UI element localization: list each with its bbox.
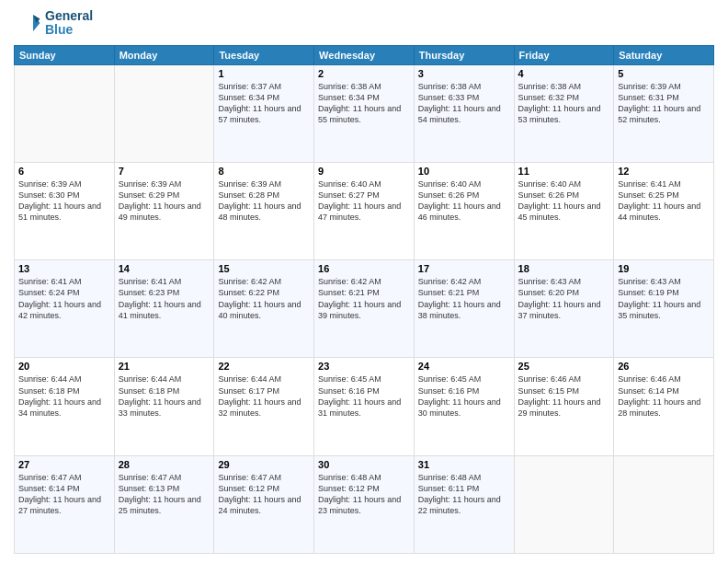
day-number: 20 bbox=[18, 361, 110, 372]
day-cell: 13Sunrise: 6:41 AM Sunset: 6:24 PM Dayli… bbox=[15, 260, 115, 358]
day-info: Sunrise: 6:42 AM Sunset: 6:21 PM Dayligh… bbox=[318, 276, 410, 321]
calendar: SundayMondayTuesdayWednesdayThursdayFrid… bbox=[14, 45, 714, 554]
day-cell: 15Sunrise: 6:42 AM Sunset: 6:22 PM Dayli… bbox=[214, 260, 314, 358]
weekday-tuesday: Tuesday bbox=[214, 45, 314, 64]
day-cell: 11Sunrise: 6:40 AM Sunset: 6:26 PM Dayli… bbox=[514, 163, 614, 260]
day-number: 6 bbox=[18, 166, 110, 177]
calendar-header: SundayMondayTuesdayWednesdayThursdayFrid… bbox=[15, 45, 714, 64]
day-info: Sunrise: 6:48 AM Sunset: 6:12 PM Dayligh… bbox=[318, 472, 410, 517]
day-cell: 27Sunrise: 6:47 AM Sunset: 6:14 PM Dayli… bbox=[15, 455, 115, 553]
week-row-5: 27Sunrise: 6:47 AM Sunset: 6:14 PM Dayli… bbox=[15, 455, 714, 553]
day-cell: 29Sunrise: 6:47 AM Sunset: 6:12 PM Dayli… bbox=[214, 455, 314, 553]
day-cell bbox=[514, 455, 614, 553]
weekday-wednesday: Wednesday bbox=[314, 45, 415, 64]
day-number: 10 bbox=[418, 166, 510, 177]
day-cell: 22Sunrise: 6:44 AM Sunset: 6:17 PM Dayli… bbox=[214, 358, 314, 455]
day-info: Sunrise: 6:40 AM Sunset: 6:27 PM Dayligh… bbox=[318, 178, 410, 224]
day-info: Sunrise: 6:39 AM Sunset: 6:29 PM Dayligh… bbox=[119, 178, 210, 224]
day-info: Sunrise: 6:46 AM Sunset: 6:14 PM Dayligh… bbox=[618, 373, 710, 419]
day-info: Sunrise: 6:42 AM Sunset: 6:22 PM Dayligh… bbox=[218, 276, 310, 321]
day-info: Sunrise: 6:40 AM Sunset: 6:26 PM Dayligh… bbox=[518, 178, 610, 224]
day-info: Sunrise: 6:38 AM Sunset: 6:33 PM Dayligh… bbox=[418, 81, 510, 126]
calendar-body: 1Sunrise: 6:37 AM Sunset: 6:34 PM Daylig… bbox=[15, 64, 714, 553]
day-cell: 19Sunrise: 6:43 AM Sunset: 6:19 PM Dayli… bbox=[614, 260, 714, 358]
weekday-sunday: Sunday bbox=[15, 45, 115, 64]
day-cell: 18Sunrise: 6:43 AM Sunset: 6:20 PM Dayli… bbox=[514, 260, 614, 358]
day-info: Sunrise: 6:39 AM Sunset: 6:28 PM Dayligh… bbox=[218, 178, 310, 224]
weekday-header-row: SundayMondayTuesdayWednesdayThursdayFrid… bbox=[15, 45, 714, 64]
day-info: Sunrise: 6:44 AM Sunset: 6:17 PM Dayligh… bbox=[218, 373, 310, 419]
day-cell: 30Sunrise: 6:48 AM Sunset: 6:12 PM Dayli… bbox=[314, 455, 415, 553]
weekday-monday: Monday bbox=[114, 45, 214, 64]
day-number: 23 bbox=[318, 361, 410, 372]
day-number: 4 bbox=[518, 68, 610, 79]
day-cell: 12Sunrise: 6:41 AM Sunset: 6:25 PM Dayli… bbox=[614, 163, 714, 260]
weekday-thursday: Thursday bbox=[414, 45, 514, 64]
day-number: 12 bbox=[618, 166, 710, 177]
day-number: 22 bbox=[218, 361, 310, 372]
logo-icon bbox=[14, 9, 41, 37]
day-cell: 4Sunrise: 6:38 AM Sunset: 6:32 PM Daylig… bbox=[514, 64, 614, 162]
logo-blue: Blue bbox=[45, 23, 93, 37]
day-info: Sunrise: 6:44 AM Sunset: 6:18 PM Dayligh… bbox=[119, 373, 210, 419]
day-info: Sunrise: 6:41 AM Sunset: 6:25 PM Dayligh… bbox=[618, 178, 710, 224]
day-info: Sunrise: 6:45 AM Sunset: 6:16 PM Dayligh… bbox=[318, 373, 410, 419]
day-cell: 23Sunrise: 6:45 AM Sunset: 6:16 PM Dayli… bbox=[314, 358, 415, 455]
day-info: Sunrise: 6:47 AM Sunset: 6:13 PM Dayligh… bbox=[119, 472, 210, 517]
logo: General Blue bbox=[14, 9, 93, 38]
day-cell: 6Sunrise: 6:39 AM Sunset: 6:30 PM Daylig… bbox=[15, 163, 115, 260]
day-number: 14 bbox=[119, 263, 210, 274]
week-row-3: 13Sunrise: 6:41 AM Sunset: 6:24 PM Dayli… bbox=[15, 260, 714, 358]
day-number: 19 bbox=[618, 263, 710, 274]
day-info: Sunrise: 6:47 AM Sunset: 6:12 PM Dayligh… bbox=[218, 472, 310, 517]
day-info: Sunrise: 6:48 AM Sunset: 6:11 PM Dayligh… bbox=[418, 472, 510, 517]
day-info: Sunrise: 6:37 AM Sunset: 6:34 PM Dayligh… bbox=[218, 81, 310, 126]
day-cell: 5Sunrise: 6:39 AM Sunset: 6:31 PM Daylig… bbox=[614, 64, 714, 162]
day-number: 31 bbox=[418, 459, 510, 470]
day-number: 26 bbox=[618, 361, 710, 372]
day-number: 28 bbox=[119, 459, 210, 470]
logo-general: General bbox=[45, 9, 93, 23]
day-info: Sunrise: 6:39 AM Sunset: 6:30 PM Dayligh… bbox=[18, 178, 110, 224]
header: General Blue bbox=[14, 9, 714, 38]
day-number: 25 bbox=[518, 361, 610, 372]
day-number: 2 bbox=[318, 68, 410, 79]
day-cell: 8Sunrise: 6:39 AM Sunset: 6:28 PM Daylig… bbox=[214, 163, 314, 260]
day-number: 8 bbox=[218, 166, 310, 177]
day-cell: 3Sunrise: 6:38 AM Sunset: 6:33 PM Daylig… bbox=[414, 64, 514, 162]
day-info: Sunrise: 6:38 AM Sunset: 6:32 PM Dayligh… bbox=[518, 81, 610, 126]
day-number: 11 bbox=[518, 166, 610, 177]
day-number: 1 bbox=[218, 68, 310, 79]
day-cell: 2Sunrise: 6:38 AM Sunset: 6:34 PM Daylig… bbox=[314, 64, 415, 162]
week-row-2: 6Sunrise: 6:39 AM Sunset: 6:30 PM Daylig… bbox=[15, 163, 714, 260]
day-cell: 14Sunrise: 6:41 AM Sunset: 6:23 PM Dayli… bbox=[114, 260, 214, 358]
day-info: Sunrise: 6:38 AM Sunset: 6:34 PM Dayligh… bbox=[318, 81, 410, 126]
day-cell: 7Sunrise: 6:39 AM Sunset: 6:29 PM Daylig… bbox=[114, 163, 214, 260]
day-info: Sunrise: 6:41 AM Sunset: 6:23 PM Dayligh… bbox=[119, 276, 210, 321]
day-info: Sunrise: 6:42 AM Sunset: 6:21 PM Dayligh… bbox=[418, 276, 510, 321]
day-cell: 24Sunrise: 6:45 AM Sunset: 6:16 PM Dayli… bbox=[414, 358, 514, 455]
day-info: Sunrise: 6:46 AM Sunset: 6:15 PM Dayligh… bbox=[518, 373, 610, 419]
day-number: 5 bbox=[618, 68, 710, 79]
day-number: 17 bbox=[418, 263, 510, 274]
day-cell bbox=[114, 64, 214, 162]
day-info: Sunrise: 6:43 AM Sunset: 6:20 PM Dayligh… bbox=[518, 276, 610, 321]
day-cell: 21Sunrise: 6:44 AM Sunset: 6:18 PM Dayli… bbox=[114, 358, 214, 455]
week-row-4: 20Sunrise: 6:44 AM Sunset: 6:18 PM Dayli… bbox=[15, 358, 714, 455]
day-cell: 16Sunrise: 6:42 AM Sunset: 6:21 PM Dayli… bbox=[314, 260, 415, 358]
day-number: 30 bbox=[318, 459, 410, 470]
day-info: Sunrise: 6:41 AM Sunset: 6:24 PM Dayligh… bbox=[18, 276, 110, 321]
day-info: Sunrise: 6:40 AM Sunset: 6:26 PM Dayligh… bbox=[418, 178, 510, 224]
day-number: 3 bbox=[418, 68, 510, 79]
day-info: Sunrise: 6:43 AM Sunset: 6:19 PM Dayligh… bbox=[618, 276, 710, 321]
day-cell: 10Sunrise: 6:40 AM Sunset: 6:26 PM Dayli… bbox=[414, 163, 514, 260]
day-info: Sunrise: 6:39 AM Sunset: 6:31 PM Dayligh… bbox=[618, 81, 710, 126]
day-info: Sunrise: 6:45 AM Sunset: 6:16 PM Dayligh… bbox=[418, 373, 510, 419]
day-number: 24 bbox=[418, 361, 510, 372]
weekday-saturday: Saturday bbox=[614, 45, 714, 64]
day-cell: 20Sunrise: 6:44 AM Sunset: 6:18 PM Dayli… bbox=[15, 358, 115, 455]
day-cell: 9Sunrise: 6:40 AM Sunset: 6:27 PM Daylig… bbox=[314, 163, 415, 260]
day-number: 7 bbox=[119, 166, 210, 177]
week-row-1: 1Sunrise: 6:37 AM Sunset: 6:34 PM Daylig… bbox=[15, 64, 714, 162]
day-info: Sunrise: 6:47 AM Sunset: 6:14 PM Dayligh… bbox=[18, 472, 110, 517]
